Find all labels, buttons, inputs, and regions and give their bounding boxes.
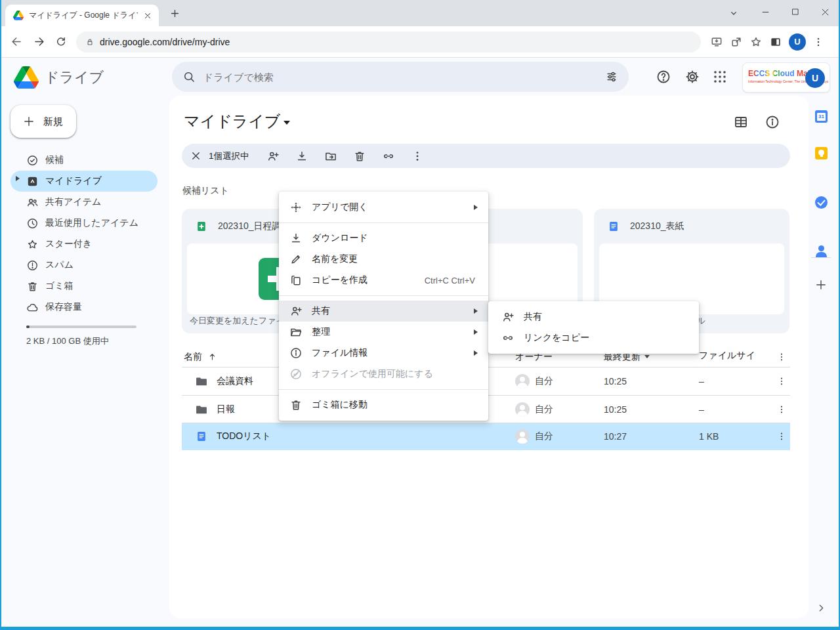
keep-icon[interactable] bbox=[815, 147, 828, 159]
sort-asc-icon[interactable] bbox=[207, 352, 217, 362]
submenu-arrow-icon bbox=[474, 308, 478, 314]
sidebar-item-starred[interactable]: スター付き bbox=[10, 234, 158, 255]
window-border-bottom bbox=[0, 627, 840, 630]
row-more-icon[interactable] bbox=[776, 431, 787, 442]
trash-icon bbox=[289, 398, 303, 411]
docs-file-icon bbox=[607, 220, 620, 233]
help-icon[interactable] bbox=[656, 69, 671, 85]
account-badge[interactable]: ECCS Cloud Mail Information Technology C… bbox=[742, 62, 830, 93]
new-tab-button[interactable] bbox=[169, 8, 180, 19]
contacts-icon[interactable] bbox=[815, 245, 828, 258]
col-size[interactable]: ファイルサイズ bbox=[699, 350, 754, 362]
window-maximize-button[interactable] bbox=[780, 0, 810, 24]
account-avatar[interactable]: U bbox=[805, 68, 825, 88]
sidebar-item-trash[interactable]: ゴミ箱 bbox=[10, 276, 158, 297]
sidebar-item-spam[interactable]: スパム bbox=[10, 255, 158, 276]
forward-button[interactable] bbox=[28, 31, 50, 53]
sidebar-item-my-drive[interactable]: マイドライブ bbox=[10, 171, 158, 192]
person-add-icon bbox=[289, 304, 303, 318]
plus-icon bbox=[22, 115, 35, 128]
menu-item-file-info[interactable]: ファイル情報 bbox=[279, 343, 488, 364]
apps-grid-icon[interactable] bbox=[712, 69, 728, 85]
folder-open-icon bbox=[289, 326, 303, 339]
lock-icon bbox=[85, 37, 94, 47]
suggestions-label: 候補リスト bbox=[182, 185, 229, 197]
selection-toolbar: 1個選択中 bbox=[182, 144, 790, 168]
profile-avatar[interactable]: U bbox=[789, 33, 806, 51]
people-icon bbox=[26, 196, 39, 209]
column-more-icon[interactable] bbox=[776, 352, 787, 362]
browser-menu-icon[interactable] bbox=[812, 36, 824, 48]
submenu-item-share[interactable]: 共有 bbox=[488, 306, 699, 327]
share-page-icon[interactable] bbox=[730, 35, 743, 49]
browser-tab[interactable]: マイドライブ - Google ドライブ bbox=[5, 5, 159, 26]
drive-favicon bbox=[13, 10, 24, 20]
row-more-icon[interactable] bbox=[776, 376, 787, 387]
add-addon-icon[interactable] bbox=[814, 278, 828, 291]
clock-icon bbox=[26, 217, 39, 230]
sidebar-item-suggested[interactable]: 候補 bbox=[10, 150, 158, 171]
tab-search-chevron-icon[interactable] bbox=[728, 8, 739, 18]
menu-item-move-to-trash[interactable]: ゴミ箱に移動 bbox=[279, 394, 488, 415]
back-button[interactable] bbox=[5, 31, 28, 53]
tab-title: マイドライブ - Google ドライブ bbox=[29, 10, 138, 21]
side-panel-divider bbox=[811, 257, 831, 258]
page-title-caret-icon[interactable] bbox=[284, 121, 290, 125]
menu-item-organize[interactable]: 整理 bbox=[279, 322, 488, 343]
tasks-icon[interactable] bbox=[815, 196, 828, 209]
menu-item-share[interactable]: 共有 bbox=[279, 301, 488, 322]
submenu-arrow-icon bbox=[474, 350, 478, 356]
menu-item-rename[interactable]: 名前を変更 bbox=[279, 249, 488, 270]
trash-icon[interactable] bbox=[353, 150, 366, 163]
bookmark-star-icon[interactable] bbox=[749, 35, 763, 49]
context-menu: アプリで開く ダウンロード 名前を変更 コピーを作成Ctrl+C Ctrl+V … bbox=[279, 192, 488, 421]
info-icon[interactable] bbox=[765, 114, 780, 130]
menu-item-make-copy[interactable]: コピーを作成Ctrl+C Ctrl+V bbox=[279, 270, 488, 291]
collapse-chevron-icon[interactable] bbox=[816, 602, 827, 614]
link-icon[interactable] bbox=[382, 150, 395, 163]
check-circle-icon bbox=[26, 154, 39, 167]
url-text: drive.google.com/drive/my-drive bbox=[100, 37, 230, 47]
share-person-add-icon[interactable] bbox=[266, 150, 280, 163]
install-app-icon[interactable] bbox=[710, 35, 723, 49]
search-bar[interactable] bbox=[172, 62, 629, 92]
folder-icon bbox=[195, 403, 208, 416]
menu-item-open-with[interactable]: アプリで開く bbox=[279, 197, 488, 218]
search-icon bbox=[182, 70, 196, 83]
download-icon[interactable] bbox=[295, 150, 308, 163]
new-button[interactable]: 新規 bbox=[10, 105, 76, 138]
grid-view-icon[interactable] bbox=[733, 114, 749, 130]
docs-file-icon bbox=[195, 430, 208, 443]
side-panel-icon[interactable] bbox=[769, 35, 782, 49]
url-bar[interactable]: drive.google.com/drive/my-drive bbox=[76, 32, 701, 52]
reload-button[interactable] bbox=[50, 31, 72, 53]
menu-item-download[interactable]: ダウンロード bbox=[279, 228, 488, 249]
search-input[interactable] bbox=[203, 72, 605, 83]
sidebar-item-recent[interactable]: 最近使用したアイテム bbox=[10, 213, 158, 234]
new-button-label: 新規 bbox=[43, 116, 63, 128]
page-title[interactable]: マイドライブ bbox=[184, 111, 280, 132]
col-name[interactable]: 名前 bbox=[184, 351, 202, 363]
row-more-icon[interactable] bbox=[776, 404, 787, 415]
clear-selection-icon[interactable] bbox=[190, 150, 202, 162]
move-folder-icon[interactable] bbox=[324, 150, 337, 163]
expand-arrow-icon[interactable] bbox=[16, 176, 20, 181]
more-actions-icon[interactable] bbox=[411, 150, 424, 163]
sidebar-item-storage[interactable]: 保存容量 bbox=[10, 297, 158, 318]
window-close-button[interactable] bbox=[810, 0, 840, 24]
sort-menu-caret-icon[interactable] bbox=[644, 355, 650, 358]
open-with-icon bbox=[289, 201, 303, 214]
table-row-selected[interactable]: TODOリスト 自分 10:27 1 KB bbox=[182, 423, 790, 450]
sidebar-item-shared[interactable]: 共有アイテム bbox=[10, 192, 158, 213]
submenu-item-copy-link[interactable]: リンクをコピー bbox=[488, 327, 699, 348]
cloud-icon bbox=[26, 301, 39, 314]
tune-icon[interactable] bbox=[605, 70, 618, 83]
menu-divider bbox=[279, 295, 488, 296]
calendar-icon[interactable]: 31 bbox=[815, 110, 828, 123]
window-minimize-button[interactable] bbox=[750, 0, 780, 24]
browser-tab-bar: マイドライブ - Google ドライブ bbox=[0, 0, 840, 26]
tab-close-icon[interactable] bbox=[143, 11, 152, 20]
share-submenu: 共有 リンクをコピー bbox=[488, 301, 699, 354]
pencil-icon bbox=[289, 253, 303, 266]
settings-gear-icon[interactable] bbox=[684, 69, 700, 85]
